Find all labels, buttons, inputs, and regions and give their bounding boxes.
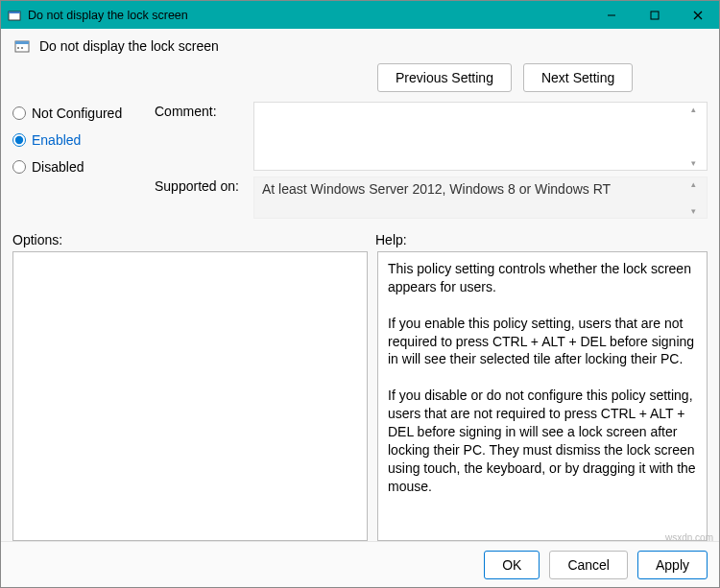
supported-scroll[interactable]: ▴▾ [691, 179, 705, 216]
settings-grid: Not Configured Enabled Disabled Comment:… [12, 102, 708, 219]
footer: OK Cancel Apply [1, 541, 719, 587]
svg-point-8 [17, 47, 19, 49]
radio-disabled-label: Disabled [32, 159, 84, 175]
minimize-button[interactable] [589, 1, 633, 29]
chevron-up-icon: ▴ [691, 105, 705, 114]
policy-icon [12, 36, 32, 56]
fields-column: Comment: ▴▾ Supported on: At least Windo… [155, 102, 708, 219]
svg-rect-7 [15, 41, 29, 44]
options-panel[interactable] [12, 251, 368, 541]
supported-value: At least Windows Server 2012, Windows 8 … [262, 181, 611, 197]
comment-label: Comment: [155, 102, 246, 119]
app-icon [7, 8, 22, 23]
dialog-window: Do not display the lock screen Do not di… [0, 0, 720, 588]
supported-on-field: At least Windows Server 2012, Windows 8 … [253, 176, 708, 219]
radio-disabled[interactable]: Disabled [12, 159, 137, 175]
next-setting-button[interactable]: Next Setting [523, 63, 633, 92]
supported-label: Supported on: [155, 176, 246, 194]
close-button[interactable] [676, 1, 719, 29]
radio-not-configured-label: Not Configured [32, 106, 122, 121]
header-row: Do not display the lock screen [12, 36, 708, 56]
content-area: Do not display the lock screen Previous … [1, 29, 719, 541]
nav-buttons: Previous Setting Next Setting [377, 63, 708, 92]
previous-setting-button[interactable]: Previous Setting [377, 63, 512, 92]
supported-row: Supported on: At least Windows Server 20… [155, 176, 708, 219]
help-label: Help: [375, 232, 407, 247]
radio-enabled-label: Enabled [32, 132, 81, 148]
radio-enabled-input[interactable] [12, 133, 26, 147]
radio-not-configured-input[interactable] [12, 106, 26, 120]
comment-input[interactable]: ▴▾ [253, 102, 708, 171]
comment-row: Comment: ▴▾ [155, 102, 708, 171]
comment-scroll[interactable]: ▴▾ [691, 105, 705, 168]
panels-row: This policy setting controls whether the… [12, 251, 708, 541]
help-panel[interactable]: This policy setting controls whether the… [377, 251, 708, 541]
cancel-button[interactable]: Cancel [549, 551, 628, 579]
chevron-down-icon: ▾ [691, 158, 705, 168]
radio-not-configured[interactable]: Not Configured [12, 106, 137, 121]
apply-button[interactable]: Apply [637, 551, 708, 579]
maximize-button[interactable] [633, 1, 676, 29]
radio-disabled-input[interactable] [12, 160, 26, 174]
ok-button[interactable]: OK [484, 551, 540, 579]
page-title: Do not display the lock screen [39, 38, 708, 54]
svg-rect-3 [651, 12, 659, 19]
options-label: Options: [12, 232, 375, 247]
chevron-up-icon: ▴ [691, 179, 705, 189]
section-labels: Options: Help: [12, 232, 708, 247]
state-radio-group: Not Configured Enabled Disabled [12, 102, 137, 219]
chevron-down-icon: ▾ [691, 206, 705, 216]
window-title: Do not display the lock screen [28, 9, 589, 22]
titlebar: Do not display the lock screen [1, 1, 719, 29]
radio-enabled[interactable]: Enabled [12, 132, 137, 148]
svg-point-9 [21, 47, 23, 49]
svg-rect-1 [9, 12, 20, 13]
